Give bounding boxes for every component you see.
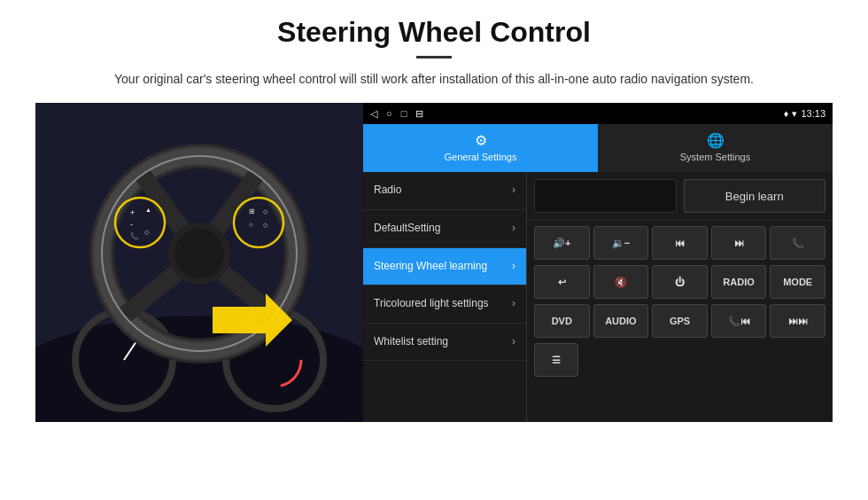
phone-prev-icon: 📞⏮ (728, 316, 750, 327)
skip-next-btn[interactable]: ⏭⏭ (770, 304, 825, 338)
status-bar: ◁ ○ □ ⊟ ♦ ▾ 13:13 (363, 103, 833, 124)
menu-item-tricoloured[interactable]: Tricoloured light settings › (363, 285, 526, 324)
menu-defaultsetting-label: DefaultSetting (374, 222, 440, 236)
mode-btn[interactable]: MODE (770, 265, 825, 299)
status-bar-right: ♦ ▾ 13:13 (784, 108, 825, 120)
svg-text:▲: ▲ (145, 207, 151, 213)
chevron-icon-radio: › (512, 184, 515, 198)
menu-item-whitelist[interactable]: Whitelist setting › (363, 324, 526, 362)
content-row: + ▲ - 📞 ◇ ⊞ ◇ ○ ◇ (35, 103, 833, 422)
mode-label: MODE (783, 277, 812, 287)
chevron-icon-sw: › (512, 260, 515, 274)
control-row-5: ☰ (527, 343, 833, 382)
volume-up-icon: 🔊+ (553, 238, 570, 249)
list-btn[interactable]: ☰ (534, 343, 578, 377)
steering-wheel-image: + ▲ - 📞 ◇ ⊞ ◇ ○ ◇ (35, 103, 363, 422)
begin-learn-button[interactable]: Begin learn (684, 179, 826, 213)
radio-label: RADIO (723, 277, 754, 287)
menu-item-swlearning[interactable]: Steering Wheel learning › (363, 248, 526, 286)
control-row-4: DVD AUDIO GPS 📞⏮ ⏭⏭ (527, 304, 833, 343)
skip-next-icon: ⏭⏭ (788, 316, 808, 326)
title-divider (416, 56, 452, 59)
volume-up-btn[interactable]: 🔊+ (534, 226, 590, 260)
steering-wheel-svg: + ▲ - 📞 ◇ ⊞ ◇ ○ ◇ (35, 103, 363, 422)
nav-recent-icon[interactable]: □ (401, 108, 407, 119)
nav-home-icon[interactable]: ○ (386, 108, 392, 119)
system-settings-icon: 🌐 (707, 132, 725, 149)
power-btn[interactable]: ⏻ (652, 265, 708, 299)
svg-text:⊞: ⊞ (249, 207, 255, 215)
volume-down-btn[interactable]: 🔉− (593, 226, 649, 260)
nav-menu-icon[interactable]: ⊟ (415, 108, 423, 120)
main-content: Radio › DefaultSetting › Steering Wheel … (363, 172, 833, 422)
phone-btn[interactable]: 📞 (770, 226, 825, 260)
menu-item-defaultsetting[interactable]: DefaultSetting › (363, 210, 526, 248)
volume-down-icon: 🔉− (612, 238, 630, 249)
panel-row-1: Begin learn (527, 172, 833, 221)
tab-general-settings[interactable]: ⚙ General Settings (363, 124, 598, 172)
chevron-icon-default: › (512, 222, 515, 236)
prev-track-icon: ⏮ (675, 238, 685, 248)
svg-text:📞: 📞 (130, 231, 139, 240)
next-track-icon: ⏭ (734, 238, 744, 248)
tab-system-label: System Settings (680, 152, 750, 162)
page-container: Steering Wheel Control Your original car… (0, 0, 868, 431)
control-row-2: 🔊+ 🔉− ⏮ ⏭ 📞 (527, 221, 833, 265)
next-track-btn[interactable]: ⏭ (711, 226, 767, 260)
mute-btn[interactable]: 🔇 (593, 265, 649, 299)
menu-list: Radio › DefaultSetting › Steering Wheel … (363, 172, 527, 422)
android-ui: ◁ ○ □ ⊟ ♦ ▾ 13:13 ⚙ General Settings (363, 103, 833, 422)
menu-radio-label: Radio (374, 184, 401, 198)
hook-btn[interactable]: ↩ (534, 265, 590, 299)
gps-btn[interactable]: GPS (652, 304, 708, 338)
svg-text:○: ○ (249, 221, 253, 229)
status-bar-left: ◁ ○ □ ⊟ (370, 108, 423, 120)
prev-track-btn[interactable]: ⏮ (652, 226, 708, 260)
empty-input-box (534, 179, 677, 213)
phone-icon: 📞 (792, 238, 804, 249)
tabs-row: ⚙ General Settings 🌐 System Settings (363, 124, 833, 172)
radio-btn[interactable]: RADIO (711, 265, 767, 299)
menu-tricoloured-label: Tricoloured light settings (374, 297, 489, 311)
chevron-icon-tri: › (512, 297, 515, 311)
svg-text:-: - (130, 220, 133, 229)
menu-swlearning-label: Steering Wheel learning (374, 260, 487, 274)
svg-point-14 (174, 229, 224, 278)
audio-label: AUDIO (605, 316, 636, 326)
location-icon: ♦ (784, 108, 789, 119)
audio-btn[interactable]: AUDIO (593, 304, 649, 338)
svg-text:+: + (130, 208, 135, 217)
list-icon: ☰ (552, 355, 561, 366)
control-row-3: ↩ 🔇 ⏻ RADIO MODE (527, 265, 833, 304)
general-settings-icon: ⚙ (475, 132, 487, 149)
menu-item-radio[interactable]: Radio › (363, 172, 526, 210)
page-title: Steering Wheel Control (35, 16, 833, 49)
control-panel: Begin learn 🔊+ 🔉− ⏮ (527, 172, 833, 422)
hook-icon: ↩ (558, 277, 566, 288)
dvd-btn[interactable]: DVD (534, 304, 590, 338)
chevron-icon-white: › (512, 335, 515, 349)
begin-learn-label: Begin learn (725, 190, 784, 203)
signal-icon: ▾ (792, 108, 797, 120)
page-subtitle: Your original car's steering wheel contr… (35, 69, 833, 89)
clock: 13:13 (801, 108, 825, 119)
menu-whitelist-label: Whitelist setting (374, 335, 448, 349)
dvd-label: DVD (552, 316, 572, 326)
nav-back-icon[interactable]: ◁ (370, 108, 377, 120)
power-icon: ⏻ (675, 277, 685, 287)
tab-general-label: General Settings (445, 152, 517, 162)
mute-icon: 🔇 (615, 277, 627, 288)
tab-system-settings[interactable]: 🌐 System Settings (598, 124, 833, 172)
phone-prev-btn[interactable]: 📞⏮ (711, 304, 767, 338)
gps-label: GPS (670, 316, 690, 326)
